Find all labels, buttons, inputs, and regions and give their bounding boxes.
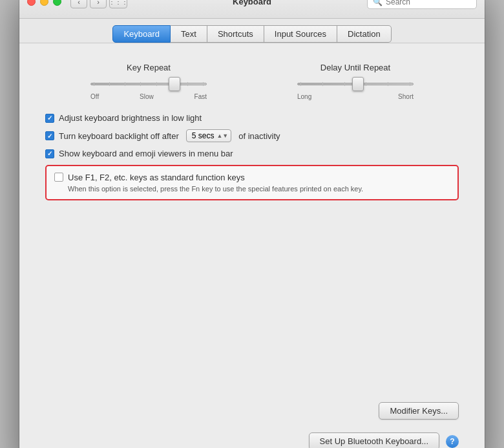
tab-keyboard[interactable]: Keyboard: [112, 25, 171, 43]
fn-keys-box: Use F1, F2, etc. keys as standard functi…: [45, 165, 459, 200]
checkbox-section: Adjust keyboard brightness in low light …: [45, 113, 459, 200]
emoji-row: Show keyboard and emoji viewers in menu …: [45, 149, 459, 158]
tab-dictation[interactable]: Dictation: [337, 25, 392, 43]
search-box[interactable]: 🔍: [367, 0, 477, 9]
brightness-row: Adjust keyboard brightness in low light: [45, 113, 459, 123]
key-repeat-labels: Off Slow Fast: [90, 93, 207, 100]
titlebar: ‹ › ⋮⋮⋮ Keyboard 🔍: [19, 0, 485, 19]
fn-keys-checkbox[interactable]: [54, 173, 63, 182]
dropdown-arrow-icon: ▲▼: [216, 133, 228, 139]
tab-bar: Keyboard Text Shortcuts Input Sources Di…: [19, 19, 485, 43]
fn-keys-title: Use F1, F2, etc. keys as standard functi…: [68, 173, 245, 182]
search-icon: 🔍: [373, 0, 383, 6]
modifier-keys-button[interactable]: Modifier Keys...: [379, 402, 459, 420]
emoji-checkbox[interactable]: [45, 149, 54, 158]
delay-repeat-slider-container: [297, 78, 414, 91]
key-repeat-slider-container: [90, 78, 207, 91]
tab-segment: Keyboard Text Shortcuts Input Sources Di…: [112, 25, 391, 43]
nav-buttons: ‹ ›: [70, 0, 107, 8]
brightness-label: Adjust keyboard brightness in low light: [59, 113, 202, 123]
traffic-lights: [27, 0, 61, 6]
emoji-label: Show keyboard and emoji viewers in menu …: [59, 149, 233, 158]
delay-repeat-labels: Long Short: [297, 93, 414, 100]
key-repeat-label: Key Repeat: [127, 63, 171, 72]
delay-repeat-long-label: Long: [297, 93, 311, 100]
minimize-button[interactable]: [40, 0, 48, 6]
backlight-checkbox[interactable]: [45, 131, 54, 140]
backlight-label-suffix: of inactivity: [238, 131, 280, 141]
window-title: Keyboard: [233, 0, 271, 6]
brightness-checkbox[interactable]: [45, 114, 54, 123]
bottom-buttons: Modifier Keys...: [19, 392, 485, 432]
tab-shortcuts[interactable]: Shortcuts: [207, 25, 264, 43]
key-repeat-fast-label: Fast: [194, 93, 207, 100]
maximize-button[interactable]: [53, 0, 61, 6]
delay-repeat-thumb[interactable]: [352, 77, 364, 91]
grid-button[interactable]: ⋮⋮⋮: [109, 0, 127, 8]
content-area: Key Repeat: [19, 43, 485, 392]
fn-keys-description: When this option is selected, press the …: [68, 185, 450, 193]
close-button[interactable]: [27, 0, 36, 6]
key-repeat-track: [90, 83, 207, 85]
tab-input-sources[interactable]: Input Sources: [264, 25, 337, 43]
bluetooth-keyboard-button[interactable]: Set Up Bluetooth Keyboard...: [309, 432, 439, 448]
delay-repeat-group: Delay Until Repeat: [284, 63, 426, 100]
key-repeat-group: Key Repeat: [78, 63, 220, 100]
key-repeat-off-label: Off: [90, 93, 99, 100]
sliders-row: Key Repeat: [45, 63, 459, 100]
forward-button[interactable]: ›: [90, 0, 107, 8]
help-button[interactable]: ?: [446, 435, 459, 448]
back-button[interactable]: ‹: [70, 0, 87, 8]
backlight-dropdown-value: 5 secs: [192, 131, 215, 140]
tab-text[interactable]: Text: [171, 25, 207, 43]
search-input[interactable]: [386, 0, 471, 6]
fn-keys-row: Use F1, F2, etc. keys as standard functi…: [54, 173, 450, 182]
key-repeat-slow-label: Slow: [140, 93, 154, 100]
delay-repeat-short-label: Short: [398, 93, 414, 100]
backlight-dropdown[interactable]: 5 secs ▲▼: [186, 129, 232, 142]
key-repeat-thumb[interactable]: [169, 77, 180, 91]
backlight-row: Turn keyboard backlight off after 5 secs…: [45, 129, 459, 142]
delay-repeat-label: Delay Until Repeat: [320, 63, 390, 72]
backlight-label-prefix: Turn keyboard backlight off after: [59, 131, 179, 141]
keyboard-preferences-window: ‹ › ⋮⋮⋮ Keyboard 🔍 Keyboard Text Shortcu…: [19, 0, 485, 448]
